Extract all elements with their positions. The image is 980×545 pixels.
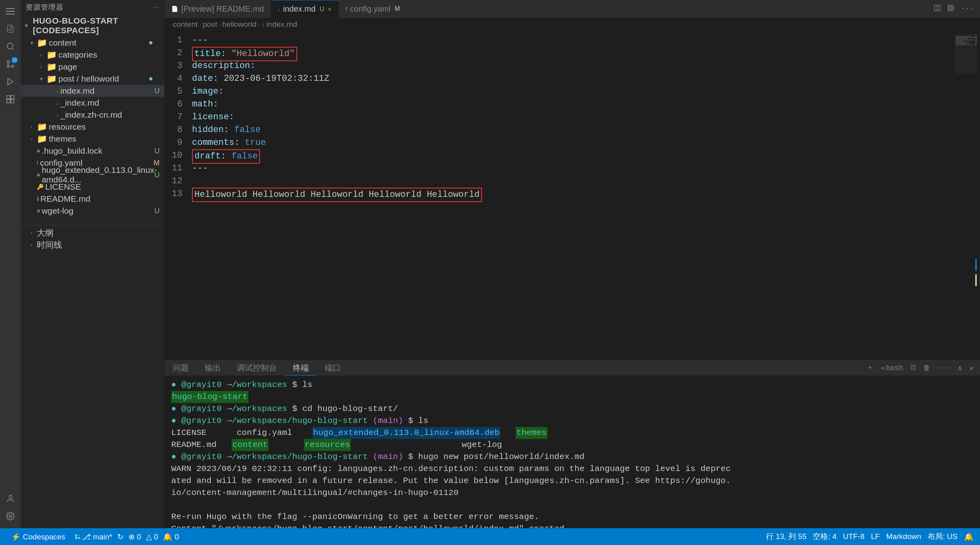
- code-line-1: ---: [189, 34, 948, 47]
- new-terminal-button[interactable]: +: [866, 363, 874, 374]
- panel-tab-terminal[interactable]: 终端: [285, 361, 317, 376]
- terminal-content[interactable]: ● @grayit0 → /workspaces $ ls hugo-blog-…: [165, 376, 980, 528]
- explorer-button[interactable]: [2, 21, 18, 37]
- sidebar-item-license[interactable]: 🔑 LICENSE: [21, 181, 164, 193]
- terminal-line-1: ● @grayit0 → /workspaces $ ls: [171, 379, 974, 391]
- svg-rect-23: [951, 8, 953, 10]
- themes-chevron: [30, 136, 37, 142]
- panel-actions: + bash 🗑 ··· ∧ ✕: [866, 362, 980, 374]
- language-button[interactable]: Markdown: [886, 532, 921, 541]
- run-button[interactable]: [2, 74, 18, 90]
- sidebar-item-outline[interactable]: 大纲: [21, 227, 164, 239]
- config-yaml-tab-label: config.yaml: [350, 4, 390, 14]
- errors-button[interactable]: ⊗ 0: [128, 532, 141, 541]
- layout-button[interactable]: [946, 3, 956, 15]
- sidebar-item-hugo-build-lock[interactable]: ≡ .hugo_build.lock U: [21, 145, 164, 157]
- panel-tab-problems[interactable]: 问题: [165, 361, 197, 376]
- index-md-close[interactable]: ✕: [327, 6, 332, 12]
- codespaces-button[interactable]: ⚡ Codespaces: [6, 531, 70, 543]
- sidebar-item-hugo-extended[interactable]: ≡ hugo_extended_0.113.0_linux-amd64.d...…: [21, 169, 164, 181]
- resources-chevron: [30, 124, 37, 130]
- extensions-button[interactable]: [2, 91, 18, 107]
- panel-tab-output[interactable]: 输出: [197, 361, 229, 376]
- svg-rect-2: [6, 14, 15, 15]
- account-button[interactable]: [2, 491, 18, 507]
- svg-point-8: [7, 61, 10, 63]
- sidebar-item-readme-md[interactable]: ℹ README.md: [21, 193, 164, 205]
- hugo-build-lock-label: .hugo_build.lock: [42, 146, 102, 156]
- wget-log-label: wget-log: [42, 206, 73, 216]
- status-left: ⚡ Codespaces ⎇ main* ↻ ⊗ 0 △ 0 🔔 0: [6, 531, 179, 543]
- sidebar-item-categories[interactable]: 📁 categories: [21, 49, 164, 61]
- breadcrumb-post[interactable]: post: [203, 20, 217, 29]
- code-line-7: license:: [189, 111, 948, 124]
- panel-output-label: 输出: [205, 363, 221, 373]
- sidebar-item-themes[interactable]: 📁 themes: [21, 133, 164, 145]
- spaces-button[interactable]: 空格: 4: [813, 531, 836, 542]
- svg-marker-10: [8, 78, 13, 85]
- explorer-root[interactable]: HUGO-BLOG-START [CODESPACES]: [21, 14, 164, 37]
- info-button[interactable]: 🔔 0: [163, 532, 179, 541]
- terminal-warn-1: WARN 2023/06/19 02:32:11 config: languag…: [171, 463, 974, 475]
- sidebar-item-_index-md[interactable]: ↓ _index.md: [21, 97, 164, 109]
- terminal-line-4: ● @grayit0 → /workspaces/hugo-blog-start…: [171, 415, 974, 427]
- layout-button[interactable]: 布局: US: [928, 531, 958, 542]
- svg-rect-12: [7, 96, 10, 99]
- tab-preview-readme[interactable]: 📄 [Preview] README.md: [165, 0, 271, 18]
- svg-point-5: [7, 43, 13, 49]
- split-editor-button[interactable]: [932, 3, 942, 15]
- sidebar-item-content[interactable]: 📁 content: [21, 37, 164, 49]
- code-line-11: ---: [189, 162, 948, 175]
- panel-problems-label: 问题: [173, 363, 189, 373]
- index-md-tab-icon: ↓: [277, 6, 280, 12]
- sidebar-item-timeline[interactable]: 时间线: [21, 239, 164, 251]
- tab-config-yaml[interactable]: ! config.yaml M: [339, 0, 406, 18]
- svg-point-7: [12, 65, 14, 68]
- code-line-13: Helloworld Helloworld Helloworld Hellowo…: [189, 188, 948, 200]
- svg-rect-22: [948, 8, 950, 10]
- sidebar-item-resources[interactable]: 📁 resources: [21, 121, 164, 133]
- search-button[interactable]: [2, 38, 18, 54]
- kill-terminal-button[interactable]: 🗑: [922, 362, 932, 374]
- tab-index-md[interactable]: ↓ index.md U ✕: [271, 0, 339, 18]
- sidebar-item-wget-log[interactable]: ≡ wget-log U: [21, 205, 164, 217]
- breadcrumb-index-md[interactable]: index.md: [266, 20, 297, 29]
- sync-button[interactable]: ↻: [117, 532, 124, 541]
- terminal-type-button[interactable]: bash: [878, 363, 905, 374]
- sidebar-more-button[interactable]: ···: [154, 3, 160, 12]
- source-control-badge: 19: [11, 57, 18, 63]
- line-col-button[interactable]: 行 13, 列 55: [766, 531, 806, 542]
- svg-rect-13: [11, 96, 14, 99]
- more-tabs-button[interactable]: ···: [959, 3, 975, 14]
- code-content[interactable]: --- title: "Helloworld" description: dat…: [189, 31, 948, 360]
- sidebar-item-post-helloworld[interactable]: 📁 post / helloworld: [21, 73, 164, 85]
- encoding-button[interactable]: UTF-8: [843, 532, 864, 541]
- breadcrumb-helloworld[interactable]: helloworld: [222, 20, 257, 29]
- split-terminal-button[interactable]: [909, 363, 918, 374]
- panel-close-button[interactable]: ✕: [968, 362, 975, 374]
- categories-label: categories: [58, 50, 97, 60]
- panel-tabs: 问题 输出 调试控制台 终端 端口 + bash: [165, 361, 980, 376]
- panel-up-button[interactable]: ∧: [956, 362, 964, 374]
- main-layout: 📄 [Preview] README.md ↓ index.md U ✕ ! c…: [165, 0, 980, 528]
- more-panel-button[interactable]: ···: [936, 363, 952, 374]
- sidebar-item-page[interactable]: 📁 page: [21, 61, 164, 73]
- terminal-line-5: ● @grayit0 → /workspaces/hugo-blog-start…: [171, 451, 974, 463]
- code-line-6: math:: [189, 98, 948, 111]
- source-control-button[interactable]: 19: [2, 56, 18, 72]
- panel-tab-ports[interactable]: 端口: [317, 361, 349, 376]
- license-label: LICENSE: [45, 182, 81, 192]
- branch-button[interactable]: ⎇ main*: [75, 532, 112, 541]
- settings-button[interactable]: [2, 508, 18, 524]
- breadcrumb-content[interactable]: content: [173, 20, 198, 29]
- panel-tab-debug[interactable]: 调试控制台: [229, 361, 285, 376]
- timeline-chevron: [30, 242, 37, 248]
- menu-button[interactable]: [2, 3, 18, 19]
- breadcrumb: content › post › helloworld › ↓ index.md: [165, 18, 980, 31]
- warnings-button[interactable]: △ 0: [146, 532, 158, 541]
- terminal-warn-3: io/content-management/multilingual/#chan…: [171, 487, 974, 499]
- eol-button[interactable]: LF: [871, 532, 880, 541]
- sidebar-item-_index-zh-cn-md[interactable]: ↓ _index.zh-cn.md: [21, 109, 164, 121]
- sidebar-item-index-md[interactable]: ↓ index.md U: [21, 85, 164, 97]
- notification-icon[interactable]: 🔔: [964, 532, 974, 541]
